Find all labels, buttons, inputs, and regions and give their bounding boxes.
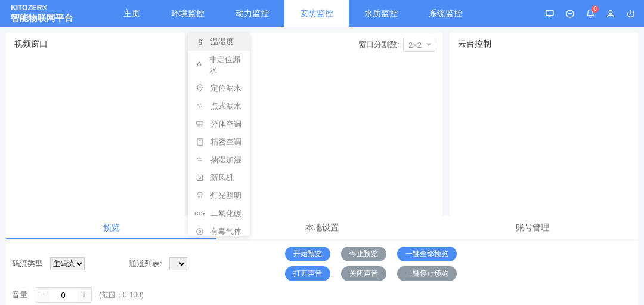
action-buttons: 开始预览 打开声音 停止预览 关闭声音 一键全部预览 一键停止预览 [285, 247, 457, 281]
svg-point-17 [199, 230, 201, 233]
svg-point-4 [571, 13, 572, 14]
thermometer-icon [195, 37, 205, 47]
nav-security[interactable]: 安防监控 [284, 0, 349, 27]
submenu-split-ac[interactable]: 分体空调 [188, 115, 250, 133]
split-select[interactable]: 2×2 [403, 38, 435, 52]
submenu-label: 非定位漏水 [209, 54, 243, 76]
top-nav: 主页 环境监控 动力监控 安防监控 水质监控 系统监控 [108, 0, 478, 27]
svg-rect-0 [546, 10, 553, 15]
power-icon[interactable] [626, 9, 636, 19]
volume-increase-button[interactable]: + [77, 288, 91, 302]
nav-home[interactable]: 主页 [108, 0, 156, 27]
svg-rect-14 [197, 175, 202, 180]
brand: KITOZER® 智能物联网平台 [0, 4, 84, 23]
volume-stepper: − + [35, 287, 92, 303]
ptz-panel: 云台控制 [450, 33, 638, 215]
preview-controls: 码流类型 主码流 通道列表: 开始预览 打开声音 停止预览 关闭声音 一键全部预… [6, 241, 638, 305]
bell-badge: 0 [592, 5, 599, 13]
split-label: 窗口分割数: [358, 39, 400, 50]
tab-account[interactable]: 账号管理 [428, 215, 638, 239]
svg-rect-13 [197, 139, 202, 146]
submenu-label: 点式漏水 [210, 101, 242, 112]
video-window-panel: 视频窗口 [6, 33, 185, 215]
all-preview-button[interactable]: 一键全部预览 [397, 247, 457, 261]
svg-point-11 [201, 106, 202, 107]
submenu-point-leak[interactable]: 点式漏水 [188, 97, 250, 115]
tab-preview[interactable]: 预览 [6, 215, 216, 239]
droplet-icon [195, 60, 203, 70]
nav-system[interactable]: 系统监控 [413, 0, 478, 27]
brand-top: KITOZER® [11, 4, 73, 12]
chat-icon[interactable] [565, 9, 575, 19]
submenu-nonloc-leak[interactable]: 非定位漏水 [188, 51, 250, 79]
app-header: KITOZER® 智能物联网平台 主页 环境监控 动力监控 安防监控 水质监控 … [0, 0, 644, 27]
svg-point-16 [197, 229, 203, 235]
stop-preview-button[interactable]: 停止预览 [341, 247, 386, 261]
ac-icon [195, 119, 205, 129]
submenu-label: 分体空调 [210, 119, 242, 130]
submenu-precision-ac[interactable]: 精密空调 [188, 133, 250, 151]
brand-sub: 智能物联网平台 [11, 13, 73, 23]
submenu-co2[interactable]: CO₂二氧化碳 [188, 205, 250, 223]
svg-rect-12 [197, 122, 203, 124]
submenu-label: 温湿度 [210, 36, 234, 47]
light-icon [195, 191, 205, 201]
dots-icon [195, 101, 205, 111]
window-split-control: 窗口分割数: 2×2 [358, 38, 435, 52]
svg-point-3 [569, 13, 570, 14]
svg-point-8 [197, 104, 199, 106]
mist-icon [195, 155, 205, 165]
volume-decrease-button[interactable]: − [35, 288, 49, 302]
volume-range-hint: (范围：0-100) [99, 290, 144, 300]
volume-label: 音量 [12, 289, 27, 300]
pin-icon [195, 84, 205, 93]
bottom-tabs: 预览 本地设置 账号管理 [6, 215, 638, 239]
submenu-label: 定位漏水 [210, 83, 242, 94]
submenu-temp-humidity[interactable]: 温湿度 [188, 33, 250, 51]
volume-input[interactable] [49, 288, 77, 302]
channel-list-label: 通道列表: [129, 258, 162, 269]
svg-point-15 [199, 177, 201, 179]
split-value: 2×2 [408, 41, 422, 50]
stop-all-preview-button[interactable]: 一键停止预览 [397, 266, 457, 281]
svg-point-2 [568, 13, 569, 14]
submenu-loc-leak[interactable]: 定位漏水 [188, 79, 250, 97]
submenu-lighting[interactable]: 灯光照明 [188, 187, 250, 205]
workspace: 视频窗口 窗口分割数: 2×2 云台控制 [0, 27, 644, 215]
svg-point-5 [609, 10, 612, 13]
fan-icon [195, 173, 205, 183]
svg-point-10 [199, 106, 200, 107]
svg-point-9 [200, 104, 201, 105]
ptz-title: 云台控制 [450, 33, 638, 56]
header-icons: 0 [545, 0, 636, 27]
co2-icon: CO₂ [195, 209, 205, 218]
submenu-label: 灯光照明 [210, 190, 242, 201]
submenu-label: 二氧化碳 [210, 208, 242, 219]
stream-type-select[interactable]: 主码流 [50, 257, 85, 270]
stream-type-label: 码流类型 [12, 258, 43, 269]
submenu-dehumid[interactable]: 抽湿加湿 [188, 151, 250, 169]
nav-water[interactable]: 水质监控 [349, 0, 413, 27]
submenu-label: 抽湿加湿 [210, 155, 242, 165]
close-sound-button[interactable]: 关闭声音 [341, 266, 386, 281]
submenu-toxic-gas[interactable]: 有毒气体 [188, 223, 250, 236]
monitor-icon[interactable] [545, 9, 555, 19]
submenu-label: 有毒气体 [210, 226, 242, 236]
open-sound-button[interactable]: 打开声音 [285, 266, 330, 281]
nav-power[interactable]: 动力监控 [220, 0, 284, 27]
video-window-title: 视频窗口 [6, 33, 185, 56]
submenu-label: 精密空调 [210, 137, 242, 147]
env-submenu: 温湿度 非定位漏水 定位漏水 点式漏水 分体空调 精密空调 抽湿加湿 新风机 灯… [188, 33, 250, 236]
server-icon [195, 137, 205, 147]
nav-env[interactable]: 环境监控 [156, 0, 220, 27]
user-icon[interactable] [606, 9, 615, 19]
submenu-label: 新风机 [210, 172, 234, 183]
hazard-icon [195, 227, 205, 236]
start-preview-button[interactable]: 开始预览 [285, 247, 330, 261]
svg-point-7 [199, 87, 200, 88]
bell-icon[interactable]: 0 [586, 9, 595, 19]
submenu-fresh-air[interactable]: 新风机 [188, 169, 250, 187]
svg-point-6 [201, 39, 202, 40]
channel-list-select[interactable] [169, 257, 187, 270]
